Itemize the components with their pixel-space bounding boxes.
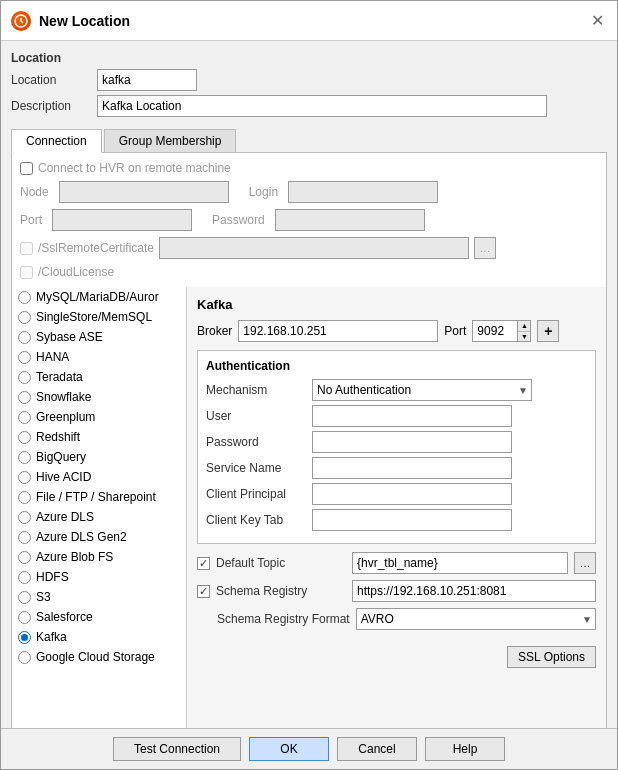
ssl-cert-input[interactable] (159, 237, 469, 259)
auth-password-input[interactable] (312, 431, 512, 453)
location-name-input[interactable] (97, 69, 197, 91)
list-item-gcs[interactable]: Google Cloud Storage (12, 647, 186, 667)
client-key-tab-input[interactable] (312, 509, 512, 531)
add-broker-button[interactable]: + (537, 320, 559, 342)
port-input[interactable] (52, 209, 192, 231)
cloud-license-checkbox[interactable] (20, 266, 33, 279)
close-button[interactable]: ✕ (587, 11, 607, 31)
list-item-hive_acid[interactable]: Hive ACID (12, 467, 186, 487)
help-button[interactable]: Help (425, 737, 505, 761)
ok-button[interactable]: OK (249, 737, 329, 761)
list-item-hana[interactable]: HANA (12, 347, 186, 367)
ssl-options-button[interactable]: SSL Options (507, 646, 596, 668)
service-name-label: Service Name (206, 461, 306, 475)
location-name-row: Location (11, 69, 607, 91)
ssl-cert-browse-button[interactable]: … (474, 237, 496, 259)
client-key-tab-label: Client Key Tab (206, 513, 306, 527)
password-label: Password (212, 213, 265, 227)
kafka-port-input[interactable] (472, 320, 517, 342)
default-topic-label: Default Topic (216, 556, 346, 570)
list-item-salesforce[interactable]: Salesforce (12, 607, 186, 627)
login-input[interactable] (288, 181, 438, 203)
list-item-hdfs[interactable]: HDFS (12, 567, 186, 587)
list-item-sybase[interactable]: Sybase ASE (12, 327, 186, 347)
mechanism-select[interactable]: No Authentication PLAIN SCRAM-SHA-256 SC… (312, 379, 532, 401)
default-topic-input[interactable] (352, 552, 568, 574)
schema-registry-format-row: Schema Registry Format AVRO JSON ▼ (197, 608, 596, 630)
ssl-options-container: SSL Options (197, 640, 596, 668)
auth-password-label: Password (206, 435, 306, 449)
remote-machine-checkbox[interactable] (20, 162, 33, 175)
default-topic-checkbox[interactable]: ✓ (197, 557, 210, 570)
schema-registry-checkmark: ✓ (199, 585, 208, 598)
radio-redshift (18, 431, 31, 444)
location-description-input[interactable] (97, 95, 547, 117)
remote-machine-row: Connect to HVR on remote machine (20, 161, 598, 175)
default-topic-browse-button[interactable]: … (574, 552, 596, 574)
list-item-snowflake[interactable]: Snowflake (12, 387, 186, 407)
title-bar: New Location ✕ (1, 1, 617, 41)
list-item-label-redshift: Redshift (36, 430, 80, 444)
broker-input[interactable] (238, 320, 438, 342)
list-item-redshift[interactable]: Redshift (12, 427, 186, 447)
port-label-kafka: Port (444, 324, 466, 338)
schema-registry-checkbox[interactable]: ✓ (197, 585, 210, 598)
node-input[interactable] (59, 181, 229, 203)
list-item-azure_blob[interactable]: Azure Blob FS (12, 547, 186, 567)
port-up-button[interactable]: ▲ (518, 321, 530, 332)
radio-mysql (18, 291, 31, 304)
list-item-label-azure_dls: Azure DLS (36, 510, 94, 524)
radio-gcs (18, 651, 31, 664)
test-connection-button[interactable]: Test Connection (113, 737, 241, 761)
radio-azure_dls (18, 511, 31, 524)
port-down-button[interactable]: ▼ (518, 332, 530, 342)
radio-kafka (18, 631, 31, 644)
list-item-teradata[interactable]: Teradata (12, 367, 186, 387)
schema-registry-input[interactable] (352, 580, 596, 602)
list-item-label-hive_acid: Hive ACID (36, 470, 91, 484)
list-item-s3[interactable]: S3 (12, 587, 186, 607)
window-icon (11, 11, 31, 31)
list-item-label-kafka: Kafka (36, 630, 67, 644)
authentication-box: Authentication Mechanism No Authenticati… (197, 350, 596, 544)
radio-azure_blob (18, 551, 31, 564)
options-section: ✓ Default Topic … ✓ (197, 552, 596, 668)
radio-snowflake (18, 391, 31, 404)
tab-group-membership[interactable]: Group Membership (104, 129, 237, 152)
mechanism-row: Mechanism No Authentication PLAIN SCRAM-… (206, 379, 587, 401)
location-description-label: Description (11, 99, 91, 113)
list-item-label-greenplum: Greenplum (36, 410, 95, 424)
list-item-greenplum[interactable]: Greenplum (12, 407, 186, 427)
ssl-cert-row: /SslRemoteCertificate … (20, 237, 598, 259)
node-port-row: Node Login (20, 181, 598, 203)
port-spinner-group: ▲ ▼ (472, 320, 531, 342)
remote-machine-label: Connect to HVR on remote machine (38, 161, 231, 175)
list-item-azure_dls[interactable]: Azure DLS (12, 507, 186, 527)
ssl-cert-checkbox[interactable] (20, 242, 33, 255)
list-item-label-snowflake: Snowflake (36, 390, 91, 404)
service-name-row: Service Name (206, 457, 587, 479)
schema-registry-format-select[interactable]: AVRO JSON (356, 608, 596, 630)
list-item-file_ftp[interactable]: File / FTP / Sharepoint (12, 487, 186, 507)
list-item-mysql[interactable]: MySQL/MariaDB/Auror (12, 287, 186, 307)
list-item-label-salesforce: Salesforce (36, 610, 93, 624)
password-input[interactable] (275, 209, 425, 231)
list-item-azure_dls_gen2[interactable]: Azure DLS Gen2 (12, 527, 186, 547)
client-principal-input[interactable] (312, 483, 512, 505)
cancel-button[interactable]: Cancel (337, 737, 417, 761)
user-input[interactable] (312, 405, 512, 427)
port-password-row: Port Password (20, 209, 598, 231)
auth-title: Authentication (206, 359, 587, 373)
list-item-label-bigquery: BigQuery (36, 450, 86, 464)
list-item-bigquery[interactable]: BigQuery (12, 447, 186, 467)
list-item-kafka[interactable]: Kafka (12, 627, 186, 647)
cloud-license-row: /CloudLicense (20, 265, 598, 279)
radio-teradata (18, 371, 31, 384)
database-list: MySQL/MariaDB/AurorSingleStore/MemSQLSyb… (12, 287, 186, 667)
service-name-input[interactable] (312, 457, 512, 479)
tab-connection[interactable]: Connection (11, 129, 102, 153)
radio-hana (18, 351, 31, 364)
location-section: Location Location Description (11, 51, 607, 117)
list-item-singlestore[interactable]: SingleStore/MemSQL (12, 307, 186, 327)
radio-bigquery (18, 451, 31, 464)
